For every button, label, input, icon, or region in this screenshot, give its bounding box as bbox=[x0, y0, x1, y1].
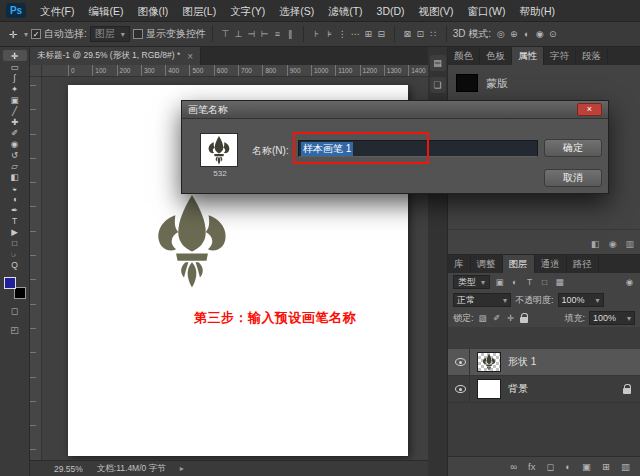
auto-select-dropdown[interactable]: 图层 ▾ bbox=[90, 26, 130, 42]
align-icon[interactable]: ⊤ bbox=[219, 26, 232, 42]
tab-paths[interactable]: 路径 bbox=[567, 255, 599, 273]
foreground-color-swatch[interactable] bbox=[4, 277, 16, 289]
layer-row-background[interactable]: 背景 bbox=[448, 376, 640, 403]
fill-dropdown[interactable]: 100% ▾ bbox=[589, 311, 635, 325]
layer-thumbnail[interactable] bbox=[477, 352, 501, 372]
link-layers-icon[interactable]: ∞ bbox=[510, 461, 517, 472]
menu-item[interactable]: 窗口(W) bbox=[461, 0, 513, 22]
align-icon[interactable]: ⊣ bbox=[245, 26, 258, 42]
quick-mask-icon[interactable]: ◻ bbox=[5, 304, 25, 318]
distribute-icon[interactable]: ⊞ bbox=[362, 26, 375, 42]
tab-channels[interactable]: 通道 bbox=[535, 255, 567, 273]
distribute-icon[interactable]: ⋯ bbox=[349, 26, 362, 42]
visibility-toggle[interactable] bbox=[452, 376, 470, 402]
type-tool[interactable]: T bbox=[3, 215, 27, 226]
menu-item[interactable]: 编辑(E) bbox=[81, 0, 130, 22]
3d-mode-icon[interactable]: ◐ bbox=[520, 26, 533, 42]
dialog-title-bar[interactable]: 画笔名称 × bbox=[182, 101, 608, 119]
marquee-tool[interactable]: ▭ bbox=[3, 61, 27, 72]
menu-item[interactable]: 图像(I) bbox=[130, 0, 175, 22]
tab-layers[interactable]: 图层 bbox=[503, 255, 535, 273]
menu-item[interactable]: 选择(S) bbox=[272, 0, 321, 22]
menu-item[interactable]: 帮助(H) bbox=[513, 0, 563, 22]
3d-mode-icon[interactable]: ◉ bbox=[533, 26, 546, 42]
menu-item[interactable]: 3D(D) bbox=[370, 0, 412, 22]
distribute-icon[interactable]: ⋮ bbox=[336, 26, 349, 42]
eyedropper-tool[interactable]: ╱ bbox=[3, 105, 27, 116]
align-icon[interactable]: ⊥ bbox=[232, 26, 245, 42]
move-tool[interactable]: ✛ bbox=[3, 50, 27, 61]
lasso-tool[interactable]: ʃ bbox=[3, 72, 27, 83]
new-group-icon[interactable]: ▣ bbox=[582, 461, 591, 472]
pen-tool[interactable]: ✒ bbox=[3, 204, 27, 215]
zoom-level-field[interactable]: 29.55% bbox=[54, 464, 83, 474]
hand-tool[interactable]: ☞ bbox=[3, 248, 27, 259]
history-brush-tool[interactable]: ↺ bbox=[3, 149, 27, 160]
zoom-tool[interactable]: Q bbox=[3, 259, 27, 270]
dialog-close-button[interactable]: × bbox=[577, 103, 602, 116]
path-selection-tool[interactable]: ▶ bbox=[3, 226, 27, 237]
align-icon[interactable]: ⊢ bbox=[258, 26, 271, 42]
apply-mask-icon[interactable]: ◉ bbox=[609, 239, 617, 249]
blur-tool[interactable]: ◒ bbox=[3, 182, 27, 193]
collapsed-panel-icon-2[interactable]: ❏ bbox=[430, 77, 446, 93]
distribute-icon[interactable]: ⊦ bbox=[310, 26, 323, 42]
add-layer-mask-icon[interactable]: ◻ bbox=[546, 461, 554, 472]
clone-stamp-tool[interactable]: ◉ bbox=[3, 138, 27, 149]
close-icon[interactable]: × bbox=[187, 51, 193, 62]
filter-shape-layers-icon[interactable]: □ bbox=[539, 277, 550, 287]
blend-mode-dropdown[interactable]: 正常 ▾ bbox=[453, 293, 511, 307]
opacity-dropdown[interactable]: 100% ▾ bbox=[558, 293, 604, 307]
3d-mode-icon[interactable]: ⊙ bbox=[546, 26, 559, 42]
dodge-tool[interactable]: ◖ bbox=[3, 193, 27, 204]
cancel-button[interactable]: 取消 bbox=[544, 169, 602, 187]
distribute-icon[interactable]: ⊧ bbox=[323, 26, 336, 42]
tool-preset-caret-icon[interactable]: ▾ bbox=[24, 30, 28, 39]
filter-toggle-icon[interactable]: ◉ bbox=[624, 277, 635, 287]
arrange-icon[interactable]: ∷ bbox=[427, 26, 440, 42]
lock-transparency-icon[interactable]: ▨ bbox=[478, 313, 488, 323]
status-menu-arrow-icon[interactable]: ▸ bbox=[180, 464, 184, 473]
lock-pixels-icon[interactable]: ✐ bbox=[492, 313, 502, 323]
tab-properties[interactable]: 属性 bbox=[512, 47, 544, 65]
new-layer-icon[interactable]: ⊞ bbox=[602, 461, 610, 472]
adjustment-layer-icon[interactable]: ◐ bbox=[565, 461, 571, 472]
delete-mask-icon[interactable]: ▥ bbox=[625, 239, 634, 249]
arrange-icon[interactable]: ⊡ bbox=[414, 26, 427, 42]
eraser-tool[interactable]: ▱ bbox=[3, 160, 27, 171]
quick-selection-tool[interactable]: ✦ bbox=[3, 83, 27, 94]
document-tab[interactable]: 未标题-1 @ 29.5% (形状 1, RGB/8#) * × bbox=[30, 47, 201, 65]
3d-mode-icon[interactable]: ⊕ bbox=[507, 26, 520, 42]
lock-position-icon[interactable]: ✛ bbox=[506, 313, 516, 323]
tab-paragraph[interactable]: 段落 bbox=[576, 47, 608, 65]
show-transform-checkbox[interactable] bbox=[133, 29, 143, 39]
3d-mode-icon[interactable]: ◎ bbox=[494, 26, 507, 42]
screen-mode-icon[interactable]: ◰ bbox=[5, 323, 25, 337]
align-icon[interactable]: ≡ bbox=[271, 26, 284, 42]
filter-type-layers-icon[interactable]: T bbox=[524, 277, 535, 287]
tab-color[interactable]: 颜色 bbox=[448, 47, 480, 65]
menu-item[interactable]: 滤镜(T) bbox=[321, 0, 369, 22]
tab-adjustments[interactable]: 调整 bbox=[471, 255, 503, 273]
tab-libraries[interactable]: 库 bbox=[448, 255, 471, 273]
auto-select-checkbox[interactable]: ✓ bbox=[31, 29, 41, 39]
menu-item[interactable]: 文字(Y) bbox=[223, 0, 272, 22]
mask-thumbnail[interactable] bbox=[456, 74, 478, 92]
menu-item[interactable]: 视图(V) bbox=[412, 0, 461, 22]
select-mask-icon[interactable]: ◧ bbox=[591, 239, 600, 249]
layer-thumbnail[interactable] bbox=[477, 379, 501, 399]
distribute-icon[interactable]: ⊟ bbox=[375, 26, 388, 42]
tab-character[interactable]: 字符 bbox=[544, 47, 576, 65]
layer-row-shape[interactable]: 形状 1 bbox=[448, 349, 640, 376]
filter-adjustment-layers-icon[interactable]: ◐ bbox=[509, 277, 520, 287]
lock-all-icon[interactable] bbox=[520, 317, 528, 323]
arrange-icon[interactable]: ⊠ bbox=[401, 26, 414, 42]
crop-tool[interactable]: ▣ bbox=[3, 94, 27, 105]
filter-smart-objects-icon[interactable]: ▦ bbox=[554, 277, 565, 287]
tab-swatches[interactable]: 色板 bbox=[480, 47, 512, 65]
ok-button[interactable]: 确定 bbox=[544, 139, 602, 157]
collapsed-panel-icon-1[interactable]: ▤ bbox=[430, 55, 446, 71]
visibility-toggle[interactable] bbox=[452, 349, 470, 375]
gradient-tool[interactable]: ◧ bbox=[3, 171, 27, 182]
menu-item[interactable]: 图层(L) bbox=[175, 0, 223, 22]
